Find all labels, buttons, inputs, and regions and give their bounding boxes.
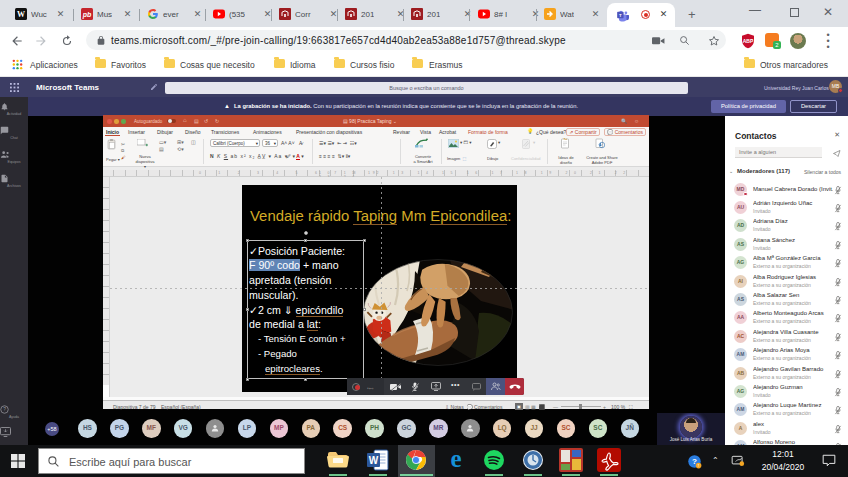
svg-text:W: W (17, 10, 25, 19)
svg-text:T: T (619, 13, 622, 18)
svg-text:ABP: ABP (743, 38, 754, 44)
svg-text:?: ? (3, 407, 6, 412)
svg-text:pb: pb (82, 11, 92, 19)
svg-text:W: W (369, 455, 379, 466)
